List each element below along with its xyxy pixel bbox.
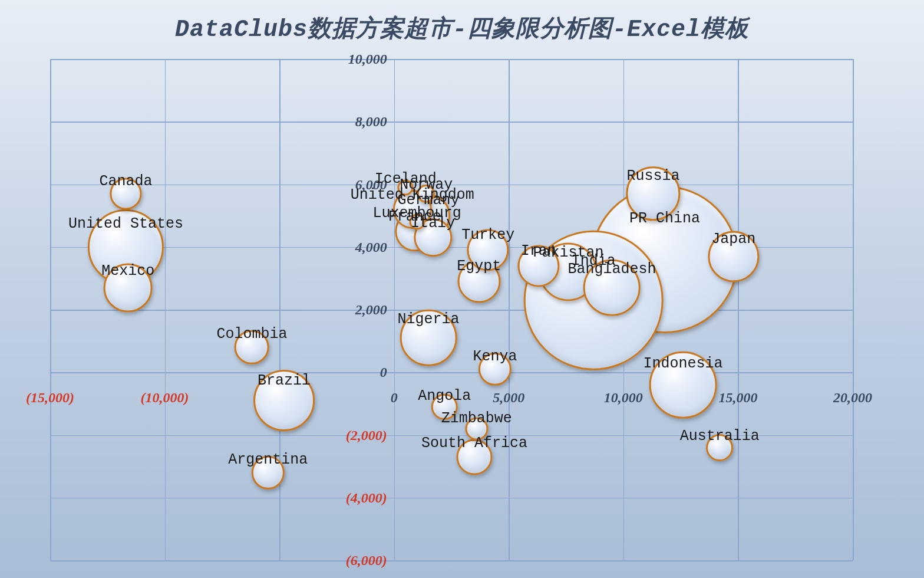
bubble-label: South Africa [421, 435, 527, 452]
chart-title: DataClubs数据方案超市-四象限分析图-Excel模板 [0, 12, 924, 44]
y-axis-tick: (2,000) [346, 427, 392, 443]
grid-line-horizontal [50, 372, 853, 373]
bubble-label: Kenya [473, 347, 517, 364]
x-axis-tick: 5,000 [493, 390, 524, 406]
bubble-label: PR China [629, 209, 700, 226]
y-axis-tick: 2,000 [355, 302, 392, 318]
y-axis-tick: (6,000) [346, 553, 392, 569]
bubble-label: Mexico [101, 262, 154, 280]
bubble-label: Turkey [461, 226, 514, 244]
bubble-label: United States [68, 215, 183, 232]
grid-line-vertical [853, 59, 854, 560]
bubble-label: Indonesia [644, 354, 723, 372]
bubble-label: India [572, 252, 616, 269]
grid-line-horizontal [50, 498, 853, 499]
bubble-label: Japan [711, 230, 755, 247]
x-axis-tick: 20,000 [833, 390, 872, 406]
bubble-label: Brazil [258, 372, 311, 389]
bubble-label: Nigeria [398, 310, 460, 327]
x-axis-tick: 0 [391, 390, 398, 406]
grid-line-horizontal [50, 59, 853, 60]
bubble-label: Australia [680, 428, 760, 445]
plot-area: (15,000)(10,000)(5,000)05,00010,00015,00… [50, 59, 853, 560]
y-axis-tick: 0 [380, 364, 392, 380]
bubble-label: Italy [411, 215, 455, 232]
bubble-label: Colombia [216, 326, 287, 343]
y-axis-tick: 10,000 [348, 51, 392, 67]
bubble-label: Zimbabwe [441, 410, 512, 427]
bubble-label: Russia [626, 167, 679, 184]
grid-line-horizontal [50, 560, 853, 561]
bubble-label: Angola [418, 387, 471, 404]
bubble-label: Egypt [457, 257, 501, 274]
grid-line-horizontal [50, 121, 853, 123]
y-axis-tick: (4,000) [346, 490, 392, 505]
x-axis-tick: 10,000 [604, 390, 643, 406]
x-axis-tick: 15,000 [718, 390, 757, 406]
x-axis-tick: (15,000) [26, 390, 74, 406]
bubble-label: Canada [99, 173, 152, 190]
x-axis-tick: (10,000) [141, 390, 189, 406]
y-axis-tick: 8,000 [355, 114, 392, 130]
y-axis-tick: 4,000 [355, 239, 392, 255]
bubble-label: Argentina [228, 451, 308, 468]
